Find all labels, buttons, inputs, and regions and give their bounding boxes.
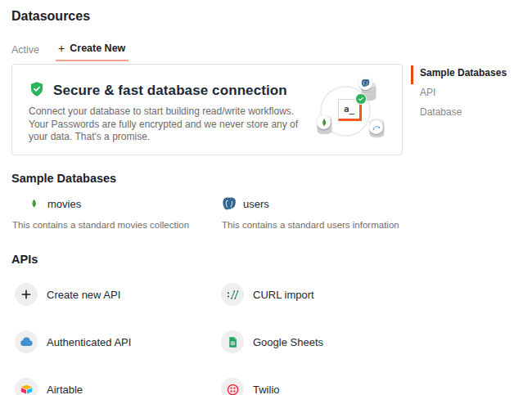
cloud-icon (15, 330, 38, 353)
plugin-label: Create new API (47, 289, 120, 301)
plugin-twilio[interactable]: Twilio (221, 378, 427, 395)
plugin-label: Google Sheets (253, 336, 323, 348)
shield-check-icon (29, 81, 45, 101)
apis-heading: APIs (11, 253, 38, 266)
postgresql-icon (358, 76, 372, 90)
plugin-label: Airtable (47, 384, 83, 395)
active-nav-indicator (411, 65, 413, 84)
plugin-google-sheets[interactable]: Google Sheets (221, 330, 427, 353)
plugin-authenticated-api[interactable]: Authenticated API (15, 330, 221, 353)
airtable-icon (15, 378, 38, 395)
section-nav: Sample Databases API Database (420, 68, 507, 118)
datasources-page: Datasources Active + Create New Secure &… (0, 0, 532, 395)
sample-db-description: This contains a standard users informati… (222, 220, 428, 230)
secure-connection-banner: Secure & fast database connection Connec… (11, 64, 403, 155)
tab-active-datasources[interactable]: Active (11, 44, 39, 61)
database-connection-illustration: a_ (315, 76, 397, 145)
check-badge-icon (355, 93, 367, 105)
banner-title: Secure & fast database connection (53, 83, 287, 99)
google-sheets-icon (221, 330, 244, 353)
nav-item-database[interactable]: Database (420, 107, 507, 118)
plugin-airtable[interactable]: Airtable (15, 378, 221, 395)
tab-bar: Active + Create New (11, 43, 128, 61)
tab-create-new-label: Create New (70, 43, 125, 54)
plugin-curl-import[interactable]: CURL import (221, 283, 427, 306)
plus-icon (15, 283, 38, 306)
plugin-label: Twilio (253, 384, 280, 395)
api-connector-icon (369, 120, 383, 134)
page-title: Datasources (11, 9, 90, 24)
tab-create-new[interactable]: + Create New (56, 43, 128, 61)
postgresql-icon (222, 196, 237, 211)
banner-description: Connect your database to start building … (29, 105, 299, 144)
api-plugin-grid: Create new API CURL import (15, 283, 427, 395)
nav-item-api[interactable]: API (420, 88, 507, 98)
plugin-label: CURL import (253, 289, 314, 301)
twilio-icon (221, 378, 244, 395)
sample-databases-heading: Sample Databases (11, 172, 116, 185)
plugin-label: Authenticated API (47, 336, 131, 348)
mongodb-icon (317, 115, 331, 129)
plus-icon: + (58, 44, 65, 52)
sample-db-name: movies (47, 198, 81, 210)
curl-icon (221, 283, 244, 306)
nav-item-sample-databases[interactable]: Sample Databases (420, 68, 507, 79)
sample-db-movies[interactable]: movies This contains a standard movies c… (12, 195, 219, 230)
sample-db-description: This contains a standard movies collecti… (12, 220, 219, 230)
sample-db-users[interactable]: users This contains a standard users inf… (222, 195, 428, 230)
plugin-create-new-api[interactable]: Create new API (15, 283, 221, 306)
sample-db-name: users (243, 198, 269, 210)
mongodb-icon (26, 195, 41, 212)
